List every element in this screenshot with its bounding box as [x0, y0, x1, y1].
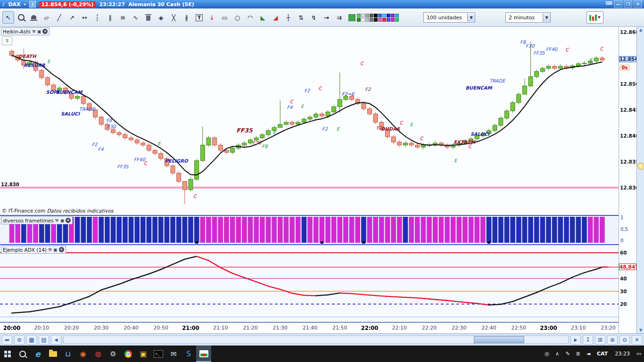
scroll-down-icon[interactable]: ▼: [637, 328, 644, 332]
triangle-down-tool[interactable]: ◢: [270, 11, 281, 24]
parallel-lines-tool[interactable]: ∥: [104, 11, 116, 24]
horizontal-segment-tool[interactable]: ↔: [79, 11, 91, 24]
triangle-up-tool[interactable]: ◣: [257, 11, 269, 24]
zigzag-tool[interactable]: ↯: [308, 11, 320, 24]
regression-tool[interactable]: ≋: [117, 11, 129, 24]
pen-icon[interactable]: ✎: [562, 346, 573, 362]
color-swatch[interactable]: [387, 14, 390, 17]
taskbar-chrome[interactable]: [121, 346, 136, 362]
instruments-icon[interactable]: ⊚: [14, 335, 25, 345]
color-swatch[interactable]: [374, 14, 378, 17]
color-swatch[interactable]: [361, 18, 365, 22]
arrow-right-tool[interactable]: →: [321, 11, 332, 24]
people-icon[interactable]: ◎: [542, 346, 552, 362]
taskbar-edge[interactable]: e: [30, 346, 45, 362]
chart-type-button[interactable]: ▼: [586, 11, 603, 24]
primary-color-swatch[interactable]: [348, 14, 355, 21]
taskbar-skype[interactable]: S: [181, 346, 196, 362]
color-swatch[interactable]: [387, 18, 390, 22]
color-swatch[interactable]: [382, 14, 386, 17]
taskbar-trading-app[interactable]: [196, 346, 211, 362]
export-icon[interactable]: ↧: [583, 335, 593, 345]
alerts-tool[interactable]: [28, 11, 40, 24]
notifications-icon[interactable]: ▭: [634, 346, 644, 362]
window-icon[interactable]: ▣: [37, 29, 41, 34]
time-axis[interactable]: 20:0020:1020:2020:3020:4020:5021:0021:10…: [0, 322, 619, 334]
color-swatch[interactable]: [374, 18, 378, 22]
scroll-up-icon[interactable]: ▲: [637, 28, 644, 32]
color-swatch[interactable]: [395, 18, 399, 22]
chevron-up-icon[interactable]: ∧: [552, 346, 562, 362]
keyboard-icon[interactable]: ⌨: [606, 0, 612, 8]
share-icon[interactable]: ➦: [2, 335, 12, 345]
multi-line-tool[interactable]: ∦: [181, 11, 192, 24]
info-icon[interactable]: i: [29, 1, 36, 8]
frametimes-chart[interactable]: [0, 216, 619, 244]
color-swatch[interactable]: [382, 18, 386, 22]
taskbar-firefox[interactable]: ◉: [75, 346, 91, 362]
maximize-button[interactable]: ❒: [624, 0, 632, 8]
taskbar-clock[interactable]: 23:23: [611, 351, 634, 357]
color-swatch[interactable]: [365, 14, 369, 17]
adx-chart[interactable]: [0, 245, 619, 322]
symbol-dropdown-icon[interactable]: ▾: [24, 2, 26, 7]
units-dropdown[interactable]: 100 unidades ▼: [423, 12, 475, 23]
expansion-tool[interactable]: ⇅: [295, 11, 307, 24]
minimize-button[interactable]: ―: [614, 0, 622, 8]
window-icon[interactable]: ▣: [53, 247, 58, 252]
color-swatch[interactable]: [378, 14, 382, 17]
vertical-scrollbar[interactable]: ▲ ▼: [636, 27, 644, 333]
arrow-down-tool[interactable]: ↓: [206, 11, 218, 24]
color-swatch[interactable]: [370, 18, 373, 22]
report-icon[interactable]: ▤: [39, 335, 49, 345]
taskbar-notes[interactable]: ▣: [136, 346, 151, 362]
scroll-right-button[interactable]: ▶: [570, 335, 581, 345]
small-arrows-tool[interactable]: ⇉: [333, 11, 345, 24]
eraser-tool[interactable]: ▱: [41, 11, 52, 24]
symbol-label[interactable]: DAX: [8, 1, 20, 8]
taskbar-store[interactable]: ⊔: [60, 346, 75, 362]
taskbar-mail[interactable]: ✉: [166, 346, 181, 362]
color-swatch[interactable]: [391, 18, 395, 22]
zoom-tool[interactable]: [15, 11, 27, 24]
horizontal-scrollbar-track[interactable]: [63, 336, 569, 344]
text-tool[interactable]: T: [193, 11, 205, 24]
arc-tool[interactable]: ◠: [244, 11, 256, 24]
delete-tool[interactable]: [142, 11, 154, 24]
ellipse-tool[interactable]: ○: [231, 11, 243, 24]
taskbar-terminal[interactable]: >_: [151, 346, 166, 362]
window-icon[interactable]: ▣: [60, 218, 65, 223]
vertical-line-tool[interactable]: ┆: [91, 11, 103, 24]
taskbar-folder[interactable]: [45, 346, 60, 362]
color-swatch[interactable]: [361, 14, 365, 17]
vertical-scroll-thumb[interactable]: [637, 163, 644, 170]
search-button[interactable]: [15, 346, 30, 362]
quick-order-button[interactable]: ↯: [2, 36, 12, 45]
price-axis[interactable]: 12.854,6 0s 48,847 12.86012.85012.84512.…: [619, 27, 637, 333]
color-swatch[interactable]: [391, 14, 395, 17]
color-swatch[interactable]: [357, 14, 361, 17]
language-indicator[interactable]: CAT: [594, 351, 611, 357]
taskbar-opera[interactable]: ◍: [91, 346, 106, 362]
network-icon[interactable]: ≣: [573, 346, 583, 362]
segment-tool[interactable]: ↗: [66, 11, 78, 24]
timeframe-dropdown[interactable]: 2 minutos ▼: [505, 12, 551, 23]
grid-icon[interactable]: ▦: [26, 335, 37, 345]
scroll-left-button[interactable]: ◀: [51, 335, 61, 345]
close-button[interactable]: ✕: [634, 0, 642, 8]
select-tool[interactable]: ↖: [2, 11, 14, 24]
shapes-tool[interactable]: ◈: [155, 11, 167, 24]
zoom-in-icon[interactable]: ⊕: [607, 335, 618, 345]
close-chart-icon[interactable]: ✕: [632, 335, 642, 345]
trendline-tool[interactable]: ╱: [53, 11, 65, 24]
close-panel-icon[interactable]: ✕: [59, 247, 64, 252]
fibonacci-tool[interactable]: ┼: [282, 11, 294, 24]
color-swatch[interactable]: [378, 18, 382, 22]
color-swatch[interactable]: [395, 14, 399, 17]
page-settings-icon[interactable]: ⊞: [595, 335, 605, 345]
close-panel-icon[interactable]: ✕: [42, 29, 48, 34]
color-swatch[interactable]: [357, 18, 361, 22]
color-swatch[interactable]: [370, 14, 373, 17]
timeframe-dropdown-arrow[interactable]: ▼: [543, 13, 550, 22]
units-dropdown-arrow[interactable]: ▼: [467, 13, 475, 22]
